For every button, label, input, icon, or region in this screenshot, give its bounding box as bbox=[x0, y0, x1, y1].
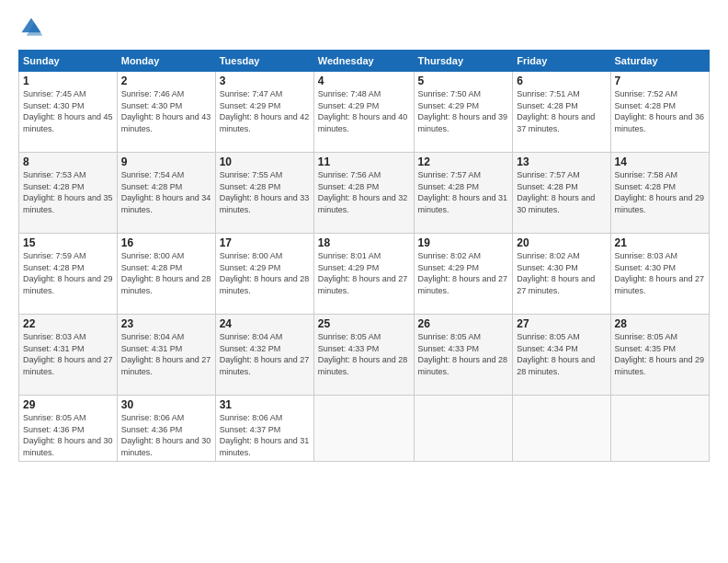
calendar-cell: 13 Sunrise: 7:57 AM Sunset: 4:28 PM Dayl… bbox=[513, 153, 610, 234]
day-number: 19 bbox=[418, 236, 509, 249]
day-number: 8 bbox=[23, 155, 113, 168]
day-info: Sunrise: 8:06 AM Sunset: 4:37 PM Dayligh… bbox=[220, 412, 310, 458]
day-info: Sunrise: 7:58 AM Sunset: 4:28 PM Dayligh… bbox=[615, 169, 705, 215]
day-info: Sunrise: 8:06 AM Sunset: 4:36 PM Dayligh… bbox=[121, 412, 211, 458]
calendar-cell: 19 Sunrise: 8:02 AM Sunset: 4:29 PM Dayl… bbox=[414, 234, 513, 315]
calendar-cell: 9 Sunrise: 7:54 AM Sunset: 4:28 PM Dayli… bbox=[117, 153, 215, 234]
day-number: 29 bbox=[23, 398, 113, 411]
day-info: Sunrise: 8:05 AM Sunset: 4:34 PM Dayligh… bbox=[517, 331, 606, 377]
day-number: 11 bbox=[318, 155, 410, 168]
weekday-header-friday: Friday bbox=[513, 51, 610, 72]
day-number: 23 bbox=[121, 317, 211, 330]
day-number: 7 bbox=[615, 75, 705, 87]
day-info: Sunrise: 8:03 AM Sunset: 4:31 PM Dayligh… bbox=[23, 331, 113, 377]
header bbox=[18, 15, 710, 40]
day-info: Sunrise: 8:05 AM Sunset: 4:33 PM Dayligh… bbox=[318, 331, 410, 377]
calendar-cell: 15 Sunrise: 7:59 AM Sunset: 4:28 PM Dayl… bbox=[19, 234, 118, 315]
page: SundayMondayTuesdayWednesdayThursdayFrid… bbox=[0, 0, 728, 563]
day-info: Sunrise: 7:54 AM Sunset: 4:28 PM Dayligh… bbox=[121, 169, 211, 215]
day-number: 14 bbox=[615, 155, 705, 168]
weekday-header-saturday: Saturday bbox=[610, 51, 709, 72]
day-info: Sunrise: 8:05 AM Sunset: 4:36 PM Dayligh… bbox=[23, 412, 113, 458]
day-number: 25 bbox=[318, 317, 410, 330]
day-number: 18 bbox=[318, 236, 410, 249]
calendar-header-row: SundayMondayTuesdayWednesdayThursdayFrid… bbox=[19, 51, 710, 72]
day-number: 26 bbox=[418, 317, 509, 330]
calendar-cell: 11 Sunrise: 7:56 AM Sunset: 4:28 PM Dayl… bbox=[313, 153, 414, 234]
day-number: 10 bbox=[220, 155, 310, 168]
calendar-week-row: 15 Sunrise: 7:59 AM Sunset: 4:28 PM Dayl… bbox=[19, 234, 710, 315]
weekday-header-tuesday: Tuesday bbox=[215, 51, 313, 72]
calendar-cell: 27 Sunrise: 8:05 AM Sunset: 4:34 PM Dayl… bbox=[513, 315, 610, 396]
day-info: Sunrise: 8:05 AM Sunset: 4:35 PM Dayligh… bbox=[615, 331, 705, 377]
day-info: Sunrise: 7:48 AM Sunset: 4:29 PM Dayligh… bbox=[318, 88, 410, 134]
calendar-cell: 2 Sunrise: 7:46 AM Sunset: 4:30 PM Dayli… bbox=[117, 72, 215, 153]
calendar-cell bbox=[414, 396, 513, 462]
day-number: 3 bbox=[220, 75, 310, 87]
day-info: Sunrise: 7:47 AM Sunset: 4:29 PM Dayligh… bbox=[220, 88, 310, 134]
day-info: Sunrise: 7:53 AM Sunset: 4:28 PM Dayligh… bbox=[23, 169, 113, 215]
calendar-cell: 7 Sunrise: 7:52 AM Sunset: 4:28 PM Dayli… bbox=[610, 72, 709, 153]
calendar-cell: 14 Sunrise: 7:58 AM Sunset: 4:28 PM Dayl… bbox=[610, 153, 709, 234]
day-info: Sunrise: 7:46 AM Sunset: 4:30 PM Dayligh… bbox=[121, 88, 211, 134]
day-info: Sunrise: 7:52 AM Sunset: 4:28 PM Dayligh… bbox=[615, 88, 705, 134]
logo-icon bbox=[18, 15, 44, 40]
day-info: Sunrise: 7:50 AM Sunset: 4:29 PM Dayligh… bbox=[418, 88, 509, 134]
day-number: 21 bbox=[615, 236, 705, 249]
day-number: 27 bbox=[517, 317, 606, 330]
day-info: Sunrise: 7:59 AM Sunset: 4:28 PM Dayligh… bbox=[23, 250, 113, 296]
day-number: 17 bbox=[220, 236, 310, 249]
day-number: 2 bbox=[121, 75, 211, 87]
calendar-cell: 17 Sunrise: 8:00 AM Sunset: 4:29 PM Dayl… bbox=[215, 234, 313, 315]
calendar-cell: 22 Sunrise: 8:03 AM Sunset: 4:31 PM Dayl… bbox=[19, 315, 118, 396]
calendar-cell: 28 Sunrise: 8:05 AM Sunset: 4:35 PM Dayl… bbox=[610, 315, 709, 396]
day-info: Sunrise: 7:57 AM Sunset: 4:28 PM Dayligh… bbox=[517, 169, 606, 215]
day-number: 9 bbox=[121, 155, 211, 168]
day-number: 16 bbox=[121, 236, 211, 249]
calendar-cell bbox=[610, 396, 709, 462]
calendar-cell: 23 Sunrise: 8:04 AM Sunset: 4:31 PM Dayl… bbox=[117, 315, 215, 396]
calendar-cell: 16 Sunrise: 8:00 AM Sunset: 4:28 PM Dayl… bbox=[117, 234, 215, 315]
calendar-cell bbox=[313, 396, 414, 462]
day-info: Sunrise: 8:02 AM Sunset: 4:30 PM Dayligh… bbox=[517, 250, 606, 296]
day-info: Sunrise: 8:05 AM Sunset: 4:33 PM Dayligh… bbox=[418, 331, 509, 377]
day-number: 30 bbox=[121, 398, 211, 411]
day-info: Sunrise: 8:01 AM Sunset: 4:29 PM Dayligh… bbox=[318, 250, 410, 296]
day-info: Sunrise: 8:02 AM Sunset: 4:29 PM Dayligh… bbox=[418, 250, 509, 296]
calendar-cell: 24 Sunrise: 8:04 AM Sunset: 4:32 PM Dayl… bbox=[215, 315, 313, 396]
calendar-cell: 6 Sunrise: 7:51 AM Sunset: 4:28 PM Dayli… bbox=[513, 72, 610, 153]
calendar-table: SundayMondayTuesdayWednesdayThursdayFrid… bbox=[18, 50, 710, 462]
calendar-cell bbox=[513, 396, 610, 462]
calendar-week-row: 1 Sunrise: 7:45 AM Sunset: 4:30 PM Dayli… bbox=[19, 72, 710, 153]
calendar-cell: 3 Sunrise: 7:47 AM Sunset: 4:29 PM Dayli… bbox=[215, 72, 313, 153]
day-number: 24 bbox=[220, 317, 310, 330]
day-info: Sunrise: 7:51 AM Sunset: 4:28 PM Dayligh… bbox=[517, 88, 606, 134]
calendar-cell: 21 Sunrise: 8:03 AM Sunset: 4:30 PM Dayl… bbox=[610, 234, 709, 315]
day-number: 12 bbox=[418, 155, 509, 168]
calendar-cell: 25 Sunrise: 8:05 AM Sunset: 4:33 PM Dayl… bbox=[313, 315, 414, 396]
weekday-header-thursday: Thursday bbox=[414, 51, 513, 72]
calendar-cell: 30 Sunrise: 8:06 AM Sunset: 4:36 PM Dayl… bbox=[117, 396, 215, 462]
day-info: Sunrise: 8:03 AM Sunset: 4:30 PM Dayligh… bbox=[615, 250, 705, 296]
calendar-cell: 18 Sunrise: 8:01 AM Sunset: 4:29 PM Dayl… bbox=[313, 234, 414, 315]
weekday-header-sunday: Sunday bbox=[19, 51, 118, 72]
calendar-cell: 1 Sunrise: 7:45 AM Sunset: 4:30 PM Dayli… bbox=[19, 72, 118, 153]
day-info: Sunrise: 8:04 AM Sunset: 4:31 PM Dayligh… bbox=[121, 331, 211, 377]
day-number: 20 bbox=[517, 236, 606, 249]
weekday-header-monday: Monday bbox=[117, 51, 215, 72]
day-info: Sunrise: 7:45 AM Sunset: 4:30 PM Dayligh… bbox=[23, 88, 113, 134]
calendar-cell: 20 Sunrise: 8:02 AM Sunset: 4:30 PM Dayl… bbox=[513, 234, 610, 315]
day-number: 13 bbox=[517, 155, 606, 168]
day-number: 4 bbox=[318, 75, 410, 87]
calendar-week-row: 29 Sunrise: 8:05 AM Sunset: 4:36 PM Dayl… bbox=[19, 396, 710, 462]
day-number: 15 bbox=[23, 236, 113, 249]
calendar-week-row: 8 Sunrise: 7:53 AM Sunset: 4:28 PM Dayli… bbox=[19, 153, 710, 234]
calendar-week-row: 22 Sunrise: 8:03 AM Sunset: 4:31 PM Dayl… bbox=[19, 315, 710, 396]
calendar-cell: 8 Sunrise: 7:53 AM Sunset: 4:28 PM Dayli… bbox=[19, 153, 118, 234]
logo bbox=[18, 15, 48, 40]
day-number: 28 bbox=[615, 317, 705, 330]
day-info: Sunrise: 7:55 AM Sunset: 4:28 PM Dayligh… bbox=[220, 169, 310, 215]
day-info: Sunrise: 7:57 AM Sunset: 4:28 PM Dayligh… bbox=[418, 169, 509, 215]
day-number: 22 bbox=[23, 317, 113, 330]
calendar-cell: 5 Sunrise: 7:50 AM Sunset: 4:29 PM Dayli… bbox=[414, 72, 513, 153]
